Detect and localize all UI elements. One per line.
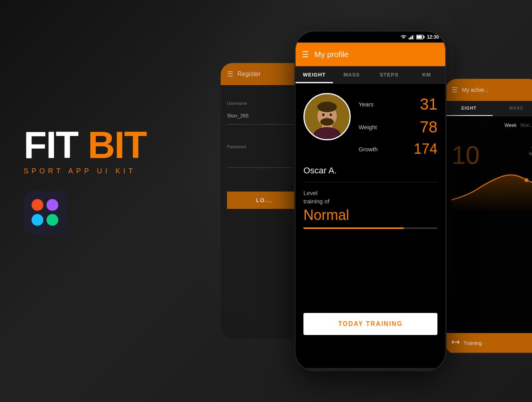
svg-point-12 bbox=[320, 118, 334, 126]
user-name: Oscar A. bbox=[303, 166, 437, 176]
week-filter[interactable]: Week bbox=[504, 123, 516, 128]
register-title: Register bbox=[237, 71, 261, 78]
battery-icon bbox=[416, 35, 425, 39]
growth-value: 174 bbox=[414, 142, 437, 156]
phone-bottom bbox=[296, 337, 445, 368]
svg-point-13 bbox=[322, 114, 325, 116]
svg-point-15 bbox=[326, 117, 328, 119]
phone-main: 12:30 ☰ My profile WEIGHT MASS STEPS KM bbox=[296, 32, 445, 370]
achievements-body: Week Mon... 10 ↑ kg bbox=[445, 116, 532, 353]
tab-weight[interactable]: WEIGHT bbox=[296, 66, 333, 83]
app-header: ☰ My profile bbox=[296, 43, 445, 66]
svg-point-16 bbox=[525, 178, 528, 182]
training-text: Training bbox=[463, 340, 482, 346]
chart-curve bbox=[452, 160, 532, 212]
phone-register: ☰ Register Username Password LO... bbox=[221, 63, 307, 339]
achievements-tabs: EIGHT MASS bbox=[445, 101, 532, 116]
brand-bit: BIT bbox=[88, 124, 147, 166]
level-label: Level training of bbox=[303, 189, 437, 205]
weight-value: 78 bbox=[420, 119, 438, 135]
achievements-menu-icon: ☰ bbox=[452, 86, 458, 94]
level-bar-fill bbox=[303, 227, 404, 229]
level-section: Level training of Normal bbox=[303, 182, 437, 229]
weight-row: Weight 78 bbox=[359, 119, 437, 135]
svg-rect-5 bbox=[424, 36, 425, 38]
signal-icon bbox=[409, 35, 414, 39]
password-input[interactable] bbox=[227, 151, 301, 168]
growth-row: Growth 174 bbox=[359, 142, 437, 156]
register-header: ☰ Register bbox=[221, 63, 307, 85]
weight-label: Weight bbox=[359, 124, 377, 130]
brand-title: FIT BIT bbox=[24, 126, 146, 164]
login-button[interactable]: LO... bbox=[227, 192, 301, 209]
training-icon bbox=[452, 339, 459, 346]
status-bar: 12:30 bbox=[296, 32, 445, 43]
years-value: 31 bbox=[420, 96, 438, 112]
svg-rect-18 bbox=[452, 341, 453, 344]
svg-rect-6 bbox=[417, 36, 422, 39]
achievements-title: My achie... bbox=[462, 87, 489, 93]
years-row: Years 31 bbox=[359, 96, 437, 112]
month-filter[interactable]: Mon... bbox=[521, 123, 532, 128]
profile-info-row: Years 31 Weight 78 Growth 174 bbox=[303, 93, 437, 156]
figma-dot-green bbox=[47, 214, 58, 226]
today-training-button[interactable]: TODAY TRAINING bbox=[303, 313, 437, 335]
growth-label: Growth bbox=[359, 146, 378, 153]
wifi-icon bbox=[400, 35, 407, 39]
bottom-training-bar: Training bbox=[445, 333, 532, 353]
dumbbell-icon bbox=[452, 339, 459, 345]
figma-dots bbox=[32, 199, 59, 227]
level-bar bbox=[303, 227, 437, 229]
achievements-tab-mass[interactable]: MASS bbox=[493, 101, 532, 116]
avatar-image bbox=[305, 94, 350, 139]
tab-mass[interactable]: MASS bbox=[333, 66, 370, 83]
figma-dot-purple bbox=[47, 199, 58, 211]
svg-rect-21 bbox=[454, 342, 458, 342]
level-value: Normal bbox=[303, 207, 437, 223]
svg-rect-1 bbox=[410, 37, 411, 39]
achievements-header: ☰ My achie... bbox=[445, 79, 532, 101]
register-menu-icon: ☰ bbox=[227, 70, 233, 78]
figma-icon bbox=[24, 191, 67, 234]
username-input[interactable] bbox=[227, 107, 301, 125]
svg-rect-2 bbox=[412, 35, 413, 39]
years-label: Years bbox=[359, 101, 374, 108]
status-bar-content: 12:30 bbox=[400, 34, 439, 40]
svg-point-14 bbox=[330, 114, 332, 116]
unit-text: kg bbox=[529, 151, 532, 156]
brand-fit: FIT bbox=[24, 124, 78, 166]
menu-icon[interactable]: ☰ bbox=[302, 50, 309, 59]
svg-rect-3 bbox=[413, 35, 414, 39]
tab-km[interactable]: KM bbox=[408, 66, 445, 83]
phone-right: ☰ My achie... EIGHT MASS Week Mon... 10 … bbox=[445, 79, 532, 355]
password-label: Password bbox=[227, 144, 301, 149]
profile-content: Years 31 Weight 78 Growth 174 Oscar A. L… bbox=[296, 84, 445, 337]
svg-point-11 bbox=[317, 102, 337, 112]
username-label: Username bbox=[227, 101, 301, 106]
time-filter: Week Mon... bbox=[452, 123, 532, 128]
brand-subtitle: SPORT APP UI KIT bbox=[24, 167, 146, 175]
figma-dot-blue bbox=[32, 214, 43, 226]
svg-rect-20 bbox=[458, 341, 459, 344]
register-body: Username Password LO... bbox=[221, 85, 307, 339]
tabs-bar: WEIGHT MASS STEPS KM bbox=[296, 66, 445, 84]
avatar bbox=[303, 93, 351, 140]
svg-rect-0 bbox=[409, 38, 410, 39]
stats-grid: Years 31 Weight 78 Growth 174 bbox=[359, 93, 437, 156]
chart-area: 10 ↑ kg bbox=[452, 133, 532, 212]
status-time: 12:30 bbox=[427, 34, 439, 40]
app-header-title: My profile bbox=[314, 50, 349, 59]
achievements-tab-weight[interactable]: EIGHT bbox=[445, 101, 493, 116]
big-number-unit: ↑ kg bbox=[529, 145, 532, 156]
figma-dot-red bbox=[32, 199, 43, 211]
left-brand-section: FIT BIT SPORT APP UI KIT bbox=[24, 126, 146, 234]
tab-steps[interactable]: STEPS bbox=[370, 66, 408, 83]
